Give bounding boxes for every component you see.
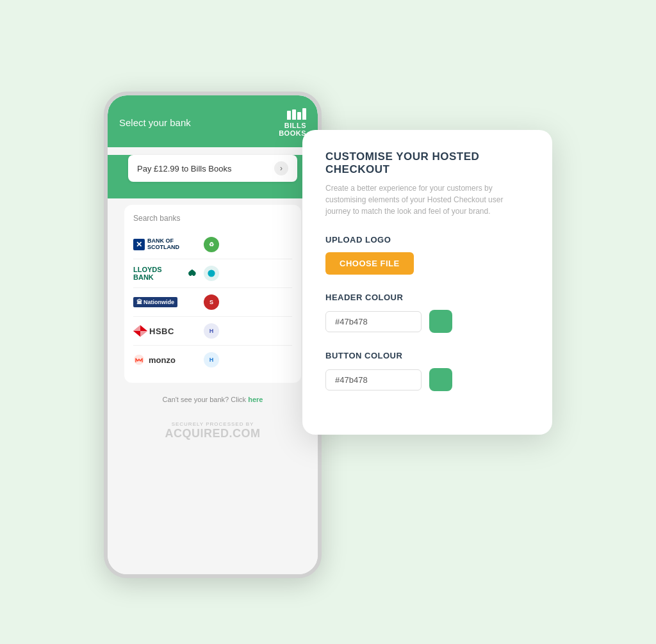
header-colour-swatch[interactable] xyxy=(429,310,452,333)
here-link[interactable]: here xyxy=(248,396,263,403)
phone-mockup: Select your bank BILLS BOOKS xyxy=(104,92,322,578)
svg-marker-3 xyxy=(140,331,147,337)
button-colour-input[interactable] xyxy=(325,369,422,390)
list-item[interactable]: monzo H xyxy=(133,346,292,374)
bills-books-logo: BILLS BOOKS xyxy=(279,108,306,137)
upload-logo-section: UPLOAD LOGO CHOOSE FILE xyxy=(325,235,529,293)
pay-text: Pay £12.99 to Bills Books xyxy=(137,164,231,173)
bank-list-container: Search banks ✕ BANK OFSCOTLAND ♻ LLOYDS … xyxy=(124,205,301,383)
phone-header: Select your bank BILLS BOOKS xyxy=(108,95,318,147)
bills-books-text: BILLS BOOKS xyxy=(279,122,306,137)
second-bank-icon: ♻ xyxy=(204,237,219,252)
monzo-logo: monzo xyxy=(133,354,197,366)
cant-see-bank-text: Can't see your bank? Click here xyxy=(117,390,309,408)
bank-of-scotland-logo: ✕ BANK OFSCOTLAND xyxy=(133,238,197,251)
list-item[interactable]: ✕ BANK OFSCOTLAND ♻ xyxy=(133,230,292,259)
phone-inner: Select your bank BILLS BOOKS xyxy=(108,95,318,574)
svg-point-0 xyxy=(208,270,215,277)
search-banks-label: Search banks xyxy=(133,214,292,223)
button-colour-label: BUTTON COLOUR xyxy=(325,351,529,360)
second-bank-icon-monzo: H xyxy=(204,352,219,367)
choose-file-button[interactable]: CHOOSE FILE xyxy=(325,252,414,275)
acquired-footer: SECURELY PROCESSED BY ACQUIRED.COM xyxy=(117,421,309,453)
hsbc-diamond-logo: HSBC xyxy=(133,324,174,338)
bills-books-icon xyxy=(287,108,306,122)
main-scene: Select your bank BILLS BOOKS xyxy=(104,66,552,578)
nationwide-logo: 🏛 Nationwide xyxy=(133,297,197,307)
second-bank-icon-lloyds xyxy=(204,266,219,281)
select-bank-title: Select your bank xyxy=(119,117,191,128)
second-bank-icon-nationwide: S xyxy=(204,294,219,310)
pay-bar[interactable]: Pay £12.99 to Bills Books › xyxy=(128,155,297,182)
button-colour-swatch[interactable] xyxy=(429,368,452,391)
second-bank-icon-hsbc: H xyxy=(204,323,219,339)
list-item[interactable]: 🏛 Nationwide S xyxy=(133,288,292,317)
hsbc-logo: HSBC xyxy=(133,324,197,338)
list-item[interactable]: LLOYDS BANK xyxy=(133,259,292,288)
pay-arrow: › xyxy=(274,161,288,175)
upload-logo-label: UPLOAD LOGO xyxy=(325,235,529,245)
header-colour-section: HEADER COLOUR xyxy=(325,293,529,333)
acquired-logo: ACQUIRED.COM xyxy=(117,427,309,440)
bos-cross-icon: ✕ xyxy=(133,239,145,250)
button-colour-section: BUTTON COLOUR xyxy=(325,351,529,391)
customise-description: Create a better experience for your cust… xyxy=(325,182,529,217)
customise-panel: CUSTOMISE YOUR HOSTED CHECKOUT Create a … xyxy=(302,130,552,435)
lloyds-bank-logo: LLOYDS BANK xyxy=(133,266,197,281)
secured-by-label: SECURELY PROCESSED BY xyxy=(117,421,309,427)
header-colour-input[interactable] xyxy=(325,311,422,332)
button-colour-row xyxy=(325,368,529,391)
svg-marker-2 xyxy=(133,325,140,331)
header-colour-label: HEADER COLOUR xyxy=(325,293,529,302)
header-colour-row xyxy=(325,310,529,333)
nationwide-badge: 🏛 Nationwide xyxy=(133,297,177,307)
list-item[interactable]: HSBC H xyxy=(133,317,292,346)
customise-title: CUSTOMISE YOUR HOSTED CHECKOUT xyxy=(325,150,529,176)
